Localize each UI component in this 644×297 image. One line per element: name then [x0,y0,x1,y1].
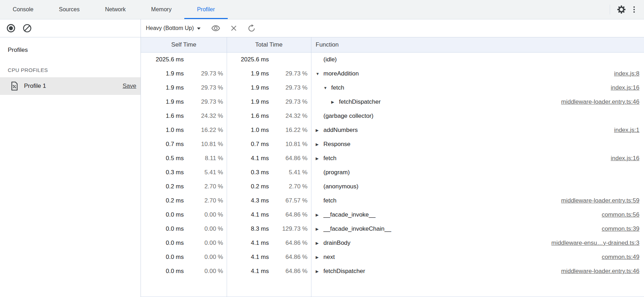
total-time-cell: 1.9 ms29.73 % [227,98,311,105]
collapse-arrow-icon[interactable]: ▶ [316,255,323,259]
restore-all-functions-button[interactable] [247,24,256,33]
collapse-arrow-icon[interactable]: ▶ [316,269,323,273]
profile-row[interactable]: 0.0 ms0.00 %8.3 ms129.73 %▶__facade_invo… [141,222,644,236]
tab-console[interactable]: Console [0,0,46,19]
total-time-ms: 4.1 ms [227,268,269,275]
self-time-ms: 0.0 ms [141,225,184,232]
collapse-arrow-icon[interactable]: ▶ [331,100,339,104]
expand-arrow-icon[interactable]: ▼ [323,86,331,90]
grid-body: 2025.6 ms2025.6 ms(idle)1.9 ms29.73 %1.9… [141,53,644,278]
profile-row[interactable]: 1.6 ms24.32 %1.6 ms24.32 %(garbage colle… [141,109,644,123]
total-time-ms: 0.2 ms [227,183,269,190]
eye-icon [211,24,220,33]
record-button[interactable] [6,24,16,33]
profile-row[interactable]: 1.0 ms16.22 %1.0 ms16.22 %▶addNumbersind… [141,123,644,137]
total-time-ms: 4.1 ms [227,240,269,247]
self-time-cell: 0.0 ms0.00 % [141,240,227,247]
profile-row[interactable]: 2025.6 ms2025.6 ms(idle) [141,53,644,67]
tab-network[interactable]: Network [92,0,138,19]
more-options-button[interactable] [628,3,640,16]
source-location-link[interactable]: index.js:16 [611,155,639,162]
profile-row[interactable]: 1.9 ms29.73 %1.9 ms29.73 %▼moreAdditioni… [141,67,644,81]
profile-row[interactable]: 0.2 ms2.70 %0.2 ms2.70 %(anonymous) [141,180,644,194]
source-location-link[interactable]: index.js:1 [614,127,639,134]
profile-row[interactable]: 0.0 ms0.00 %4.1 ms64.86 %▶fetchDispatche… [141,264,644,278]
source-location-link[interactable]: index.js:8 [614,70,639,77]
profile-row[interactable]: 0.0 ms0.00 %4.1 ms64.86 %▶nextcommon.ts:… [141,250,644,264]
column-header-self-time[interactable]: Self Time [141,41,227,48]
total-time-percent: 10.81 % [269,141,311,148]
self-time-percent: 0.00 % [184,240,227,247]
column-divider[interactable] [227,37,227,297]
self-time-percent: 29.73 % [184,84,227,91]
total-time-ms: 4.3 ms [227,197,269,204]
collapse-arrow-icon[interactable]: ▶ [316,241,323,245]
self-time-cell: 0.0 ms0.00 % [141,211,227,218]
refresh-icon [247,24,256,33]
function-cell: ▼moreAdditionindex.js:8 [311,70,644,77]
tab-sources[interactable]: Sources [46,0,93,19]
focus-selected-function-button[interactable] [211,24,220,33]
collapse-arrow-icon[interactable]: ▶ [316,213,323,217]
self-time-percent: 10.81 % [184,141,227,148]
source-location-link[interactable]: common.ts:39 [602,225,639,232]
self-time-ms: 0.2 ms [141,183,184,190]
total-time-percent: 64.86 % [269,240,311,247]
self-time-cell: 0.5 ms8.11 % [141,155,227,162]
profile-view-selector-label: Heavy (Bottom Up) [146,25,194,31]
column-header-function[interactable]: Function [311,41,644,48]
collapse-arrow-icon[interactable]: ▶ [316,143,323,146]
profile-list-item[interactable]: Profile 1 Save [0,77,141,95]
profile-row[interactable]: 0.0 ms0.00 %4.1 ms64.86 %▶__facade_invok… [141,208,644,222]
tab-profiler[interactable]: Profiler [184,0,228,19]
profile-row[interactable]: 1.9 ms29.73 %1.9 ms29.73 %▼fetchindex.js… [141,81,644,95]
settings-button[interactable] [615,3,628,16]
function-name: fetch [331,84,344,91]
collapse-arrow-icon[interactable]: ▶ [316,157,323,160]
profile-view-selector[interactable]: Heavy (Bottom Up) [146,25,201,31]
profile-row[interactable]: 0.7 ms10.81 %0.7 ms10.81 %▶Response [141,137,644,151]
tab-bar-right-controls [610,0,644,19]
profile-document-icon [11,81,18,91]
function-name: (anonymous) [323,183,358,190]
source-location-link[interactable]: middleware-ensu…y-drained.ts:3 [551,240,639,247]
collapse-arrow-icon[interactable]: ▶ [316,128,323,132]
function-name: fetch [323,197,336,204]
total-time-cell: 4.1 ms64.86 % [227,254,311,261]
function-name: __facade_invokeChain__ [323,225,391,232]
profile-row[interactable]: 0.3 ms5.41 %0.3 ms5.41 %(program) [141,165,644,180]
source-location-link[interactable]: middleware-loader.entry.ts:59 [561,197,639,204]
chevron-down-icon [197,28,201,30]
tab-memory[interactable]: Memory [138,0,184,19]
function-cell: ▶drainBodymiddleware-ensu…y-drained.ts:3 [311,240,644,247]
source-location-link[interactable]: index.js:16 [611,84,639,91]
save-profile-link[interactable]: Save [123,83,136,90]
self-time-ms: 0.0 ms [141,268,184,275]
source-location-link[interactable]: middleware-loader.entry.ts:46 [561,98,639,105]
profile-row[interactable]: 1.9 ms29.73 %1.9 ms29.73 %▶fetchDispatch… [141,95,644,109]
profile-row[interactable]: 0.0 ms0.00 %4.1 ms64.86 %▶drainBodymiddl… [141,236,644,250]
source-location-link[interactable]: common.ts:56 [602,211,639,218]
source-location-link[interactable]: middleware-loader.entry.ts:46 [561,268,639,275]
total-time-ms: 1.6 ms [227,113,269,120]
total-time-cell: 0.3 ms5.41 % [227,169,311,176]
tree-indent [316,88,323,88]
collapse-arrow-icon[interactable]: ▶ [316,227,323,231]
exclude-selected-function-button[interactable] [229,24,238,32]
total-time-cell: 4.1 ms64.86 % [227,155,311,162]
expand-arrow-icon[interactable]: ▼ [316,72,323,76]
self-time-percent: 2.70 % [184,197,227,204]
total-time-percent: 64.86 % [269,254,311,261]
function-cell: ▶nextcommon.ts:49 [311,254,644,261]
self-time-ms: 0.3 ms [141,169,184,176]
self-time-percent: 0.00 % [184,211,227,218]
profile-row[interactable]: 0.5 ms8.11 %4.1 ms64.86 %▶fetchindex.js:… [141,151,644,165]
column-header-total-time[interactable]: Total Time [227,41,311,48]
column-divider[interactable] [311,37,311,297]
profiles-sidebar-column: Profiles CPU PROFILES Profile 1 Save [0,19,141,297]
function-name: fetchDispatcher [323,268,365,275]
clear-profiles-button[interactable] [23,24,32,33]
profile-row[interactable]: 0.2 ms2.70 %4.3 ms67.57 %fetchmiddleware… [141,194,644,208]
source-location-link[interactable]: common.ts:49 [602,254,639,261]
cpu-profiles-section-title: CPU PROFILES [8,67,141,73]
